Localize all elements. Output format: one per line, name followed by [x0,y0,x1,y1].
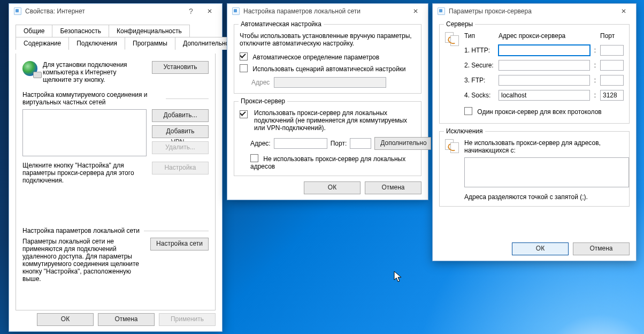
cancel-button[interactable]: Отмена [365,181,421,194]
exceptions-group: Исключения Не использовать прокси-сервер… [439,131,630,207]
ok-button[interactable]: ОК [512,242,569,255]
window-title: Настройка параметров локальной сети [243,7,403,15]
same-proxy-checkbox[interactable] [464,107,472,115]
auto-detect-checkbox[interactable] [240,52,248,60]
hdr-type: Тип [464,32,494,40]
config-tip: Щелкните кнопку "Настройка" для параметр… [22,162,147,184]
titlebar[interactable]: Настройка параметров локальной сети ✕ [227,4,428,19]
globe-icon [22,61,37,76]
advanced-button[interactable]: Дополнительно [374,137,431,150]
app-icon [13,7,22,16]
ok-button[interactable]: ОК [304,181,361,194]
tab-programs[interactable]: Программы [125,37,175,50]
bypass-local-label: Не использовать прокси-сервер для локаль… [250,155,405,170]
lan-settings-button[interactable]: Настройка сети [150,238,209,250]
script-addr-label: Адрес [251,79,270,86]
servers-icon [445,32,459,46]
lan-text: Параметры локальной сети не применяются … [22,238,145,283]
lan-settings-window: Настройка параметров локальной сети ✕ Ав… [227,3,428,200]
exceptions-textarea[interactable] [464,157,629,187]
close-button[interactable]: ✕ [615,5,633,17]
exceptions-text: Не использовать прокси-сервер для адресо… [464,139,624,154]
ftp-addr-input[interactable] [499,75,590,86]
help-button[interactable]: ? [185,7,197,16]
use-proxy-checkbox[interactable] [240,110,248,118]
http-addr-input[interactable] [499,45,590,56]
tab-privacy[interactable]: Конфиденциальность [109,25,190,37]
proxy-legend: Прокси-сервер [239,97,287,105]
bypass-local-checkbox[interactable] [250,154,258,162]
proxy-addr-label: Адрес: [250,140,271,147]
exceptions-legend: Исключения [444,127,485,135]
ftp-port-input[interactable] [600,75,624,86]
close-button[interactable]: ✕ [407,5,425,17]
use-script-label: Использовать сценарий автоматической нас… [252,65,405,73]
app-icon [437,7,446,16]
proxy-port-label: Порт: [331,140,347,147]
cancel-button[interactable]: Отмена [573,242,630,255]
setup-description: Для установки подключения компьютера к И… [43,61,147,84]
same-proxy-label: Один прокси-сервер для всех протоколов [477,108,601,116]
exceptions-hint: Адреса разделяются точкой с запятой (;). [464,193,624,201]
connections-listbox[interactable] [22,109,147,156]
secure-port-input[interactable] [600,60,624,71]
row-secure-label: 2. Secure: [464,62,494,69]
window-title: Свойства: Интернет [25,7,181,15]
titlebar[interactable]: Свойства: Интернет ? ✕ [9,4,222,19]
http-port-input[interactable] [600,45,624,56]
tab-general[interactable]: Общие [16,25,52,37]
titlebar[interactable]: Параметры прокси-сервера ✕ [433,4,636,19]
hdr-port: Порт [600,32,624,40]
add-button[interactable]: Добавить... [152,109,209,122]
row-socks-label: 4. Socks: [464,92,494,99]
hdr-addr: Адрес прокси-сервера [499,32,596,40]
proxy-settings-window: Параметры прокси-сервера ✕ Серверы Тип А… [432,3,637,261]
auto-text: Чтобы использовать установленные вручную… [240,32,416,47]
use-script-checkbox[interactable] [240,64,248,72]
lan-heading: Настройка параметров локальной сети [22,227,140,234]
use-proxy-label: Использовать прокси-сервер для локальных… [254,109,416,132]
tab-content[interactable]: Содержание [16,37,69,50]
auto-detect-label: Автоматическое определение параметров [252,54,379,61]
proxy-group: Прокси-сервер Использовать прокси-сервер… [234,101,421,176]
auto-config-group: Автоматическая настройка Чтобы использов… [234,24,421,94]
row-ftp-label: 3. FTP: [464,77,494,84]
servers-legend: Серверы [444,20,475,28]
setup-button[interactable]: Установить [152,61,209,74]
secure-addr-input[interactable] [499,60,590,71]
internet-options-window: Свойства: Интернет ? ✕ Общие Безопасност… [9,3,223,332]
cancel-button[interactable]: Отмена [98,313,155,326]
proxy-port-input[interactable] [350,138,371,149]
app-icon [232,7,240,16]
remove-button[interactable]: Удалить... [152,141,209,154]
window-title: Параметры прокси-сервера [449,7,611,15]
ok-button[interactable]: ОК [37,313,94,326]
tab-connections[interactable]: Подключения [69,37,125,50]
config-button[interactable]: Настройка [152,162,209,174]
exceptions-icon [445,139,459,153]
tab-security[interactable]: Безопасность [52,25,109,37]
tab-strip: Общие Безопасность Конфиденциальность Со… [16,24,216,49]
add-vpn-button[interactable]: Добавить VPN... [152,125,209,138]
socks-port-input[interactable] [600,90,624,101]
row-http-label: 1. HTTP: [464,47,494,54]
auto-config-legend: Автоматическая настройка [239,20,324,28]
script-addr-input [274,77,386,88]
servers-group: Серверы Тип Адрес прокси-сервера Порт [439,24,630,124]
apply-button[interactable]: Применить [159,313,216,326]
close-button[interactable]: ✕ [201,5,219,17]
proxy-addr-input[interactable] [274,138,327,149]
dialup-heading: Настройка коммутируемого соединения и ви… [22,91,162,106]
socks-addr-input[interactable] [499,90,590,101]
